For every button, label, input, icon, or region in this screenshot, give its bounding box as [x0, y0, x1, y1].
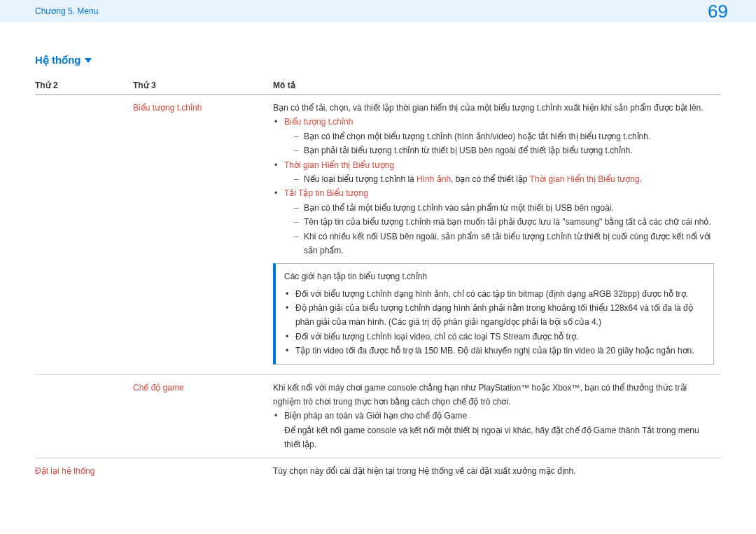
sub-item: Bạn có thể tải một biểu tượng t.chỉnh và… [294, 201, 714, 215]
table-row: Đặt lại hệ thống Tùy chọn này đổi cài đặ… [35, 458, 721, 484]
sub-item: Nếu loại biểu tượng t.chỉnh là Hình ảnh,… [294, 172, 714, 186]
note-box: Các giới hạn tập tin biểu tượng t.chỉnh … [273, 263, 714, 364]
section-title[interactable]: Hệ thống [35, 54, 92, 66]
desc-text: Để ngắt kết nối game console và kết nối … [273, 423, 714, 452]
sub-item: Bạn có thể chọn một biểu tượng t.chỉnh (… [294, 129, 714, 143]
table-row: Chế độ game Khi kết nối với máy chơi gam… [35, 374, 721, 458]
intro-text: Bạn có thể tải, chọn, và thiết lập thời … [273, 101, 714, 115]
content: Hệ thống Thứ 2 Thứ 3 Mô tả Biểu tượng t.… [0, 22, 756, 484]
chapter-label: Chương 5. Menu [35, 6, 98, 16]
sub-item: Tên tập tin của biểu tượng t.chỉnh mà bạ… [294, 215, 714, 229]
header-col3: Mô tả [273, 76, 721, 95]
sub-item: Khi có nhiều kết nối USB bên ngoài, sản … [294, 230, 714, 258]
settings-table: Thứ 2 Thứ 3 Mô tả Biểu tượng t.chỉnh Bạn… [35, 76, 721, 484]
cell-thu2 [35, 95, 133, 375]
note-item: Tập tin video tối đa được hỗ trợ là 150 … [284, 344, 705, 358]
topbar: Chương 5. Menu 69 [0, 0, 756, 22]
sub-item: Bạn phải tải biểu tượng t.chỉnh từ thiết… [294, 143, 714, 157]
cell-desc: Bạn có thể tải, chọn, và thiết lập thời … [273, 95, 721, 375]
bullet-title: Tải Tập tin Biểu tượng [284, 188, 368, 198]
cell-thu3: Biểu tượng t.chỉnh [133, 95, 273, 375]
bullet-item: Biện pháp an toàn và Giới hạn cho chế độ… [273, 409, 714, 423]
note-title: Các giới hạn tập tin biểu tượng t.chỉnh [284, 269, 705, 283]
table-row: Biểu tượng t.chỉnh Bạn có thể tải, chọn,… [35, 95, 721, 375]
cell-desc: Khi kết nối với máy chơi game console ch… [273, 374, 721, 458]
header-col2: Thứ 3 [133, 76, 273, 95]
cell-thu2 [35, 374, 133, 458]
note-item: Độ phân giải của biểu tượng t.chỉnh dạng… [284, 301, 705, 330]
page-number: 69 [708, 1, 728, 22]
desc-text: Khi kết nối với máy chơi game console ch… [273, 381, 714, 409]
bullet-title: Thời gian Hiển thị Biểu tượng [284, 160, 394, 170]
cell-thu2: Đặt lại hệ thống [35, 458, 133, 484]
header-col1: Thứ 2 [35, 76, 133, 95]
caret-down-icon [85, 58, 92, 63]
note-item: Đối với biểu tượng t.chỉnh loại video, c… [284, 330, 705, 344]
note-item: Đối với biểu tượng t.chỉnh dạng hình ảnh… [284, 287, 705, 301]
cell-thu3: Chế độ game [133, 374, 273, 458]
cell-thu3 [133, 458, 273, 484]
section-title-text: Hệ thống [35, 54, 80, 66]
cell-desc: Tùy chọn này đổi cài đặt hiện tại trong … [273, 458, 721, 484]
bullet-title: Biểu tượng t.chỉnh [284, 117, 353, 127]
